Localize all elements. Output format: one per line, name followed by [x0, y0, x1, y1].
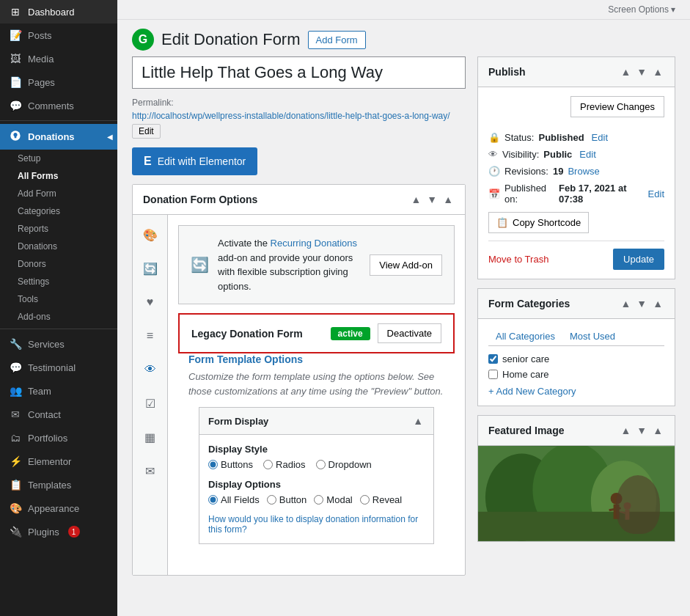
- category-home-care[interactable]: Home care: [488, 369, 664, 380]
- deactivate-button[interactable]: Deactivate: [378, 323, 441, 343]
- view-addon-button[interactable]: View Add-on: [370, 254, 442, 276]
- form-template-desc: Customize the form template using the op…: [188, 370, 444, 398]
- display-option-modal[interactable]: Modal: [314, 494, 352, 505]
- add-form-button[interactable]: Add Form: [308, 31, 366, 49]
- sidebar-subitem-categories[interactable]: Categories: [9, 202, 117, 220]
- display-style-dropdown[interactable]: Dropdown: [316, 459, 372, 470]
- form-display-header: Form Display ▲: [199, 408, 433, 435]
- sidebar-item-portfolios[interactable]: 🗂 Portfolios: [0, 426, 117, 450]
- sidebar-subitem-donations[interactable]: Donations: [9, 238, 117, 255]
- sidebar-donations-header[interactable]: Donations ◀: [0, 124, 117, 150]
- form-display-collapse-button[interactable]: ▲: [411, 414, 425, 428]
- sidebar-item-posts[interactable]: 📝 Posts: [0, 23, 117, 47]
- category-senior-care[interactable]: senior care: [488, 353, 664, 364]
- form-icon-list[interactable]: ≡: [139, 325, 161, 347]
- status-label: Status:: [504, 132, 534, 143]
- edit-with-elementor-button[interactable]: Ε Edit with Elementor: [132, 147, 257, 175]
- publish-controls: ▲ ▼ ▲: [619, 65, 664, 79]
- form-options-layout: 🎨 🔄 ♥ ≡ 👁 ☑ ▦ ✉: [133, 215, 465, 575]
- form-icon-heart[interactable]: ♥: [139, 291, 161, 313]
- revisions-icon: 🕐: [488, 166, 500, 177]
- all-categories-tab[interactable]: All Categories: [488, 328, 562, 346]
- plugins-icon: 🔌: [9, 526, 22, 538]
- publish-panel: Publish ▲ ▼ ▲ Preview Changes 🔒 Status: …: [477, 56, 675, 279]
- screen-options-button[interactable]: Screen Options ▾: [608, 4, 675, 15]
- sidebar-item-templates[interactable]: 📋 Templates: [0, 473, 117, 496]
- add-new-category-link[interactable]: + Add New Category: [488, 386, 576, 397]
- sidebar-subitem-donors[interactable]: Donors: [9, 255, 117, 273]
- metabox-expand-button[interactable]: ▲: [441, 192, 455, 207]
- publish-panel-body: Preview Changes 🔒 Status: Published Edit…: [478, 87, 675, 279]
- sidebar-subitem-tools[interactable]: Tools: [9, 290, 117, 308]
- categories-collapse-down-button[interactable]: ▼: [635, 296, 648, 311]
- display-option-reveal[interactable]: Reveal: [360, 494, 402, 505]
- visibility-row: 👁 Visibility: Public Edit: [488, 149, 664, 160]
- addon-sync-icon: 🔄: [191, 256, 209, 274]
- sidebar-item-elementor[interactable]: ⚡ Elementor: [0, 450, 117, 473]
- display-style-buttons[interactable]: Buttons: [208, 459, 253, 470]
- sidebar-item-team[interactable]: 👥 Team: [0, 379, 117, 403]
- sidebar-item-media[interactable]: 🖼 Media: [0, 47, 117, 70]
- move-to-trash-link[interactable]: Move to Trash: [488, 254, 548, 265]
- pages-icon: 📄: [9, 76, 22, 88]
- sidebar: ⊞ Dashboard 📝 Posts 🖼 Media 📄 Pages 💬 Co…: [0, 0, 117, 616]
- published-edit-link[interactable]: Edit: [648, 188, 664, 199]
- display-style-radios[interactable]: Radios: [263, 459, 305, 470]
- categories-title: Form Categories: [488, 298, 570, 309]
- publish-panel-header: Publish ▲ ▼ ▲: [478, 57, 675, 87]
- status-edit-link[interactable]: Edit: [592, 132, 608, 143]
- metabox-collapse-down-button[interactable]: ▼: [425, 192, 438, 207]
- sidebar-subitem-addons[interactable]: Add-ons: [9, 308, 117, 326]
- preview-changes-button[interactable]: Preview Changes: [570, 96, 664, 117]
- publish-collapse-up-button[interactable]: ▲: [619, 65, 632, 79]
- display-option-all-fields[interactable]: All Fields: [208, 494, 260, 505]
- form-display-title: Form Display: [208, 416, 268, 427]
- categories-expand-button[interactable]: ▲: [651, 296, 664, 311]
- publish-collapse-down-button[interactable]: ▼: [635, 65, 648, 79]
- sidebar-subitem-setup[interactable]: Setup: [9, 150, 117, 167]
- comments-icon: 💬: [9, 100, 22, 111]
- sidebar-item-comments[interactable]: 💬 Comments: [0, 94, 117, 117]
- form-icon-sync[interactable]: 🔄: [139, 257, 161, 279]
- edit-slug-button[interactable]: Edit: [132, 124, 161, 139]
- sidebar-item-contact[interactable]: ✉ Contact: [0, 403, 117, 426]
- status-icon: 🔒: [488, 132, 500, 143]
- sidebar-item-dashboard[interactable]: ⊞ Dashboard: [0, 0, 117, 23]
- form-icon-grid[interactable]: ▦: [139, 426, 161, 448]
- page-title: Edit Donation Form: [161, 30, 301, 49]
- featured-image-collapse-down-button[interactable]: ▼: [635, 423, 648, 438]
- copy-shortcode-button[interactable]: 📋 Copy Shortcode: [488, 212, 589, 233]
- svg-rect-5: [478, 512, 675, 541]
- featured-image-preview[interactable]: [478, 446, 675, 541]
- sidebar-item-pages[interactable]: 📄 Pages: [0, 70, 117, 94]
- sidebar-item-plugins[interactable]: 🔌 Plugins 1: [0, 520, 117, 543]
- sidebar-item-testimonial[interactable]: 💬 Testimonial: [0, 356, 117, 379]
- permalink-url[interactable]: http://localhost/wp/wellpress-installabl…: [132, 111, 450, 121]
- featured-image-expand-button[interactable]: ▲: [651, 423, 664, 438]
- form-icon-mail[interactable]: ✉: [139, 460, 161, 482]
- sidebar-subitem-settings[interactable]: Settings: [9, 273, 117, 290]
- sidebar-item-services[interactable]: 🔧 Services: [0, 332, 117, 356]
- display-option-button[interactable]: Button: [267, 494, 307, 505]
- categories-collapse-up-button[interactable]: ▲: [619, 296, 632, 311]
- featured-image-collapse-up-button[interactable]: ▲: [619, 423, 632, 438]
- sidebar-item-appearance[interactable]: 🎨 Appearance: [0, 496, 117, 520]
- form-icon-check[interactable]: ☑: [139, 392, 161, 414]
- recurring-donations-link[interactable]: Recurring Donations: [271, 238, 358, 249]
- sidebar-subitem-add-form[interactable]: Add Form: [9, 185, 117, 202]
- update-button[interactable]: Update: [613, 249, 664, 270]
- form-icon-eye[interactable]: 👁: [139, 359, 161, 381]
- metabox-collapse-up-button[interactable]: ▲: [409, 192, 422, 207]
- publish-expand-button[interactable]: ▲: [651, 65, 664, 79]
- form-title-input[interactable]: [132, 56, 466, 89]
- most-used-tab[interactable]: Most Used: [562, 328, 623, 346]
- contact-icon: ✉: [9, 408, 22, 420]
- featured-image-controls: ▲ ▼ ▲: [619, 423, 664, 438]
- form-icon-paint[interactable]: 🎨: [139, 224, 161, 246]
- addon-text: Activate the Recurring Donations add-on …: [218, 236, 361, 293]
- sidebar-subitem-all-forms[interactable]: All Forms: [9, 167, 117, 185]
- svg-rect-10: [625, 510, 630, 520]
- visibility-edit-link[interactable]: Edit: [579, 149, 595, 160]
- sidebar-subitem-reports[interactable]: Reports: [9, 220, 117, 238]
- revisions-browse-link[interactable]: Browse: [568, 166, 599, 177]
